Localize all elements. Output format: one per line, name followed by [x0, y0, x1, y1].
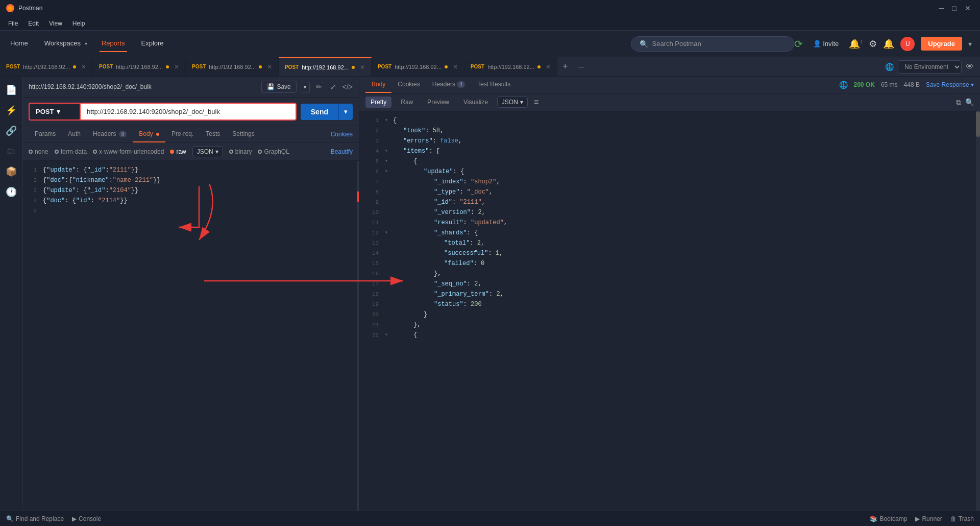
- tab-close-2[interactable]: ✕: [174, 63, 179, 70]
- tab-close-3[interactable]: ✕: [267, 63, 272, 70]
- body-opt-none[interactable]: none: [29, 148, 48, 155]
- menu-file[interactable]: File: [4, 18, 22, 29]
- send-button[interactable]: Send: [301, 104, 338, 120]
- format-pretty-button[interactable]: Pretty: [365, 97, 391, 108]
- fold-1[interactable]: ▾: [385, 115, 393, 126]
- sidebar-api-icon[interactable]: 🔗: [2, 122, 20, 140]
- url-input[interactable]: [80, 103, 297, 121]
- expand-button[interactable]: ⤢: [328, 81, 338, 93]
- response-json-selector[interactable]: JSON ▾: [497, 97, 528, 108]
- nav-reports[interactable]: Reports: [100, 35, 127, 52]
- request-panel: http://192.168.92.140:9200/shop2/_doc/_b…: [22, 77, 359, 511]
- body-opt-urlencoded[interactable]: x-www-form-urlencoded: [93, 148, 164, 155]
- environment-select[interactable]: No Environment: [898, 60, 962, 74]
- format-visualize-button[interactable]: Visualize: [458, 97, 493, 108]
- invite-button[interactable]: 👤 Invite: [809, 38, 843, 50]
- tab-2[interactable]: POST http://192.168.92... ✕: [93, 57, 186, 76]
- fold-22[interactable]: ▾: [385, 330, 393, 340]
- copy-response-button[interactable]: ⧉: [956, 98, 961, 107]
- req-tab-headers[interactable]: Headers 8: [87, 126, 133, 142]
- new-tab-button[interactable]: +: [557, 57, 573, 76]
- menu-help[interactable]: Help: [68, 18, 89, 29]
- tab-1[interactable]: POST http://192.168.92... ✕: [0, 57, 93, 76]
- req-tab-tests[interactable]: Tests: [200, 126, 226, 142]
- save-dropdown-button[interactable]: ▾: [301, 82, 310, 92]
- search-bar[interactable]: 🔍 Search Postman: [631, 36, 794, 52]
- format-preview-button[interactable]: Preview: [422, 97, 454, 108]
- body-opt-raw[interactable]: raw: [170, 148, 186, 155]
- req-tab-settings[interactable]: Settings: [226, 126, 260, 142]
- tab-dot-2: [166, 65, 169, 68]
- req-tab-body[interactable]: Body: [133, 126, 165, 142]
- menu-edit[interactable]: Edit: [24, 18, 43, 29]
- nav-explore[interactable]: Explore: [139, 35, 166, 52]
- find-replace-button[interactable]: 🔍 Find and Replace: [6, 515, 64, 522]
- bell-icon[interactable]: 🔔: [883, 38, 894, 50]
- fold-5[interactable]: ▾: [385, 156, 393, 166]
- req-tab-auth[interactable]: Auth: [62, 126, 87, 142]
- tab-3[interactable]: POST http://192.168.92... ✕: [186, 57, 279, 76]
- format-raw-button[interactable]: Raw: [396, 97, 418, 108]
- maximize-button[interactable]: □: [949, 4, 960, 12]
- sidebar-new-icon[interactable]: 📄: [2, 81, 20, 99]
- send-dropdown-button[interactable]: ▾: [338, 104, 353, 120]
- close-button[interactable]: ✕: [962, 4, 974, 12]
- req-tab-prereq[interactable]: Pre-req.: [165, 126, 200, 142]
- fold-6[interactable]: ▾: [385, 166, 393, 177]
- res-tab-headers[interactable]: Headers 4: [426, 77, 471, 93]
- minimize-button[interactable]: ─: [936, 4, 947, 12]
- sidebar-environments-icon[interactable]: 🗂: [2, 142, 20, 160]
- json-label: JSON: [197, 148, 213, 155]
- response-body-editor[interactable]: 1 ▾ { 2 "took": 58, 3 "errors": false, 4…: [359, 111, 980, 511]
- tab-close-5[interactable]: ✕: [453, 63, 458, 70]
- tab-6[interactable]: POST http://192.168.92... ✕: [464, 57, 557, 76]
- upgrade-chevron-icon[interactable]: ▾: [968, 40, 972, 48]
- body-opt-formdata[interactable]: form-data: [55, 148, 87, 155]
- save-button[interactable]: 💾 Save: [261, 81, 296, 93]
- filter-icon[interactable]: ≡: [534, 98, 538, 107]
- nav-workspaces[interactable]: Workspaces: [42, 35, 83, 52]
- sync-icon[interactable]: ⟳: [794, 38, 803, 50]
- sidebar-collections-icon[interactable]: ⚡: [2, 101, 20, 119]
- res-tab-cookies[interactable]: Cookies: [391, 77, 426, 93]
- req-tab-params[interactable]: Params: [29, 126, 62, 142]
- trash-button[interactable]: 🗑 Trash: [950, 515, 974, 522]
- notification-bell-icon[interactable]: 🔔1: [849, 38, 863, 50]
- runner-button[interactable]: ▶ Runner: [915, 515, 942, 522]
- settings-gear-icon[interactable]: ⚙: [869, 38, 877, 50]
- eye-icon[interactable]: 👁: [966, 62, 974, 71]
- save-response-button[interactable]: Save Response ▾: [926, 81, 974, 88]
- body-opt-binary[interactable]: binary: [229, 148, 252, 155]
- code-view-icon[interactable]: </>: [342, 83, 353, 91]
- upgrade-button[interactable]: Upgrade: [921, 37, 962, 51]
- fold-4[interactable]: ▾: [385, 146, 393, 156]
- response-scrollbar[interactable]: [976, 111, 980, 511]
- request-body-editor[interactable]: 1 {"update": {"_id":"2111"}} 2 {"doc":{"…: [22, 161, 359, 511]
- tab-close-6[interactable]: ✕: [546, 63, 551, 70]
- sidebar-history-icon[interactable]: 🕐: [2, 183, 20, 201]
- menubar: File Edit View Help: [0, 16, 980, 31]
- edit-button[interactable]: ✏: [314, 81, 324, 93]
- user-avatar[interactable]: U: [900, 37, 915, 51]
- json-format-selector[interactable]: JSON ▾: [192, 146, 223, 157]
- tab-4[interactable]: POST http://192.168.92... ✕: [279, 57, 372, 76]
- line-content-2: {"doc":{"nickname":"name-2211"}}: [43, 175, 359, 185]
- console-button[interactable]: ▶ Console: [72, 515, 101, 522]
- tab-close-1[interactable]: ✕: [81, 63, 86, 70]
- method-select[interactable]: POST ▾: [29, 103, 80, 121]
- sidebar-mock-icon[interactable]: 📦: [2, 162, 20, 181]
- search-response-button[interactable]: 🔍: [965, 98, 974, 107]
- res-tab-testresults[interactable]: Test Results: [471, 77, 517, 93]
- tab-5[interactable]: POST http://192.168.92... ✕: [372, 57, 464, 76]
- fold-12[interactable]: ▾: [385, 228, 393, 238]
- body-opt-graphql[interactable]: GraphQL: [258, 148, 289, 155]
- more-tabs-button[interactable]: ···: [573, 57, 589, 76]
- beautify-button[interactable]: Beautify: [331, 148, 353, 155]
- response-size: 448 B: [904, 81, 920, 88]
- bootcamp-button[interactable]: 📚 Bootcamp: [870, 515, 907, 522]
- nav-home[interactable]: Home: [8, 35, 30, 52]
- res-tab-body[interactable]: Body: [365, 77, 391, 93]
- tab-close-4[interactable]: ✕: [360, 64, 365, 71]
- cookies-link[interactable]: Cookies: [331, 131, 353, 138]
- menu-view[interactable]: View: [45, 18, 66, 29]
